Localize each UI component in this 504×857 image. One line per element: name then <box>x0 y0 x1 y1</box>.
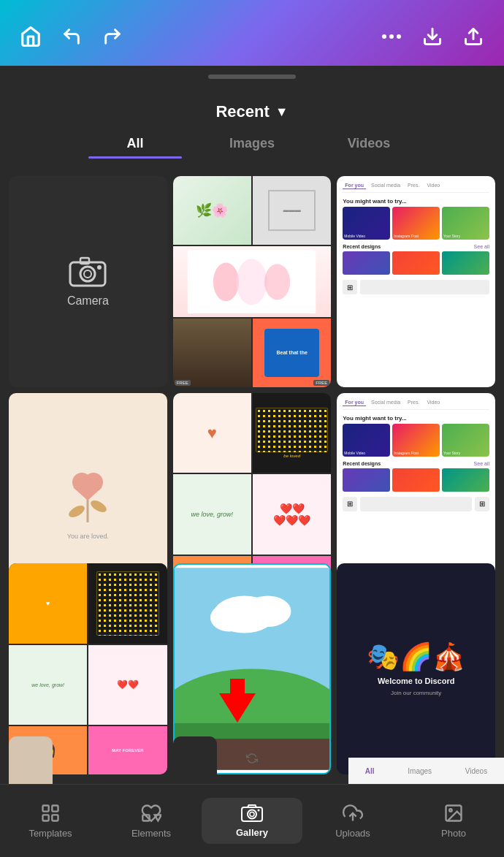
tab-photo[interactable]: Photo <box>403 797 504 845</box>
see-all-link[interactable]: See all <box>474 244 489 249</box>
gallery-label: Gallery <box>236 827 268 838</box>
camera-cell[interactable]: Camera <box>9 176 167 387</box>
recent-header[interactable]: Recent ▼ <box>0 88 504 129</box>
svg-point-7 <box>84 270 91 278</box>
svg-point-24 <box>210 603 248 631</box>
svg-point-9 <box>97 265 102 270</box>
undo-button[interactable] <box>58 23 85 50</box>
recent-designs-label: Recent designs <box>343 244 381 249</box>
canva-card-1[interactable]: For you Social media Pres. Video You mig… <box>337 176 495 387</box>
elements-icon <box>141 803 161 823</box>
canva-tabs: For you Social media Pres. Video <box>343 182 489 193</box>
discord-emoji: 🎭🌈🎪 <box>367 641 465 672</box>
svg-point-1 <box>389 34 394 39</box>
collage-1[interactable]: 🌿🌸 ▬▬▬ <box>173 176 332 387</box>
tab-elements[interactable]: Elements <box>101 797 202 845</box>
svg-point-2 <box>397 34 401 39</box>
svg-rect-32 <box>52 815 58 820</box>
svg-marker-34 <box>155 815 161 820</box>
svg-rect-31 <box>43 815 49 820</box>
svg-rect-30 <box>52 806 58 812</box>
notch-area <box>0 66 504 88</box>
camera-gallery-icon <box>241 804 263 823</box>
camera-label: Camera <box>67 294 109 308</box>
heart-flower-text: You are loved. <box>67 533 109 540</box>
svg-point-16 <box>89 498 109 514</box>
chevron-down-icon: ▼ <box>275 104 289 120</box>
svg-rect-8 <box>80 258 89 264</box>
recent-designs-label-2: Recent designs <box>343 461 381 466</box>
gallery-grid: Camera 🌿🌸 ▬▬▬ <box>0 170 504 791</box>
share-button[interactable] <box>460 23 486 50</box>
templates-label: Templates <box>28 828 72 839</box>
home-button[interactable] <box>18 23 44 50</box>
partial-item-2[interactable] <box>173 736 217 791</box>
download-button[interactable] <box>419 23 446 50</box>
canva-bottom-tabs: All Images Videos <box>348 758 504 784</box>
svg-point-11 <box>213 262 239 301</box>
svg-marker-19 <box>73 487 102 500</box>
redo-button[interactable] <box>99 23 126 50</box>
bottom-nav-bar: Templates Elements Gallery <box>0 784 504 857</box>
tab-uploads[interactable]: Uploads <box>302 797 403 845</box>
tab-gallery[interactable]: Gallery <box>202 798 302 844</box>
canva-try-label: You might want to try... <box>343 198 489 205</box>
svg-point-15 <box>67 503 87 519</box>
tab-images[interactable]: Images <box>194 129 310 159</box>
svg-point-41 <box>449 809 452 812</box>
see-all-link-2[interactable]: See all <box>474 461 489 466</box>
svg-rect-29 <box>43 806 49 812</box>
discord-item[interactable]: 🎭🌈🎪 Welcome to Discord Join our communit… <box>337 563 495 774</box>
tab-all[interactable]: All <box>77 129 194 159</box>
svg-point-13 <box>265 264 291 300</box>
discord-sub-text: Join our community <box>391 690 441 696</box>
uploads-label: Uploads <box>335 828 370 839</box>
canva-try-label-2: You might want to try... <box>343 415 489 422</box>
photo-label: Photo <box>441 828 466 839</box>
camera-icon <box>69 255 107 287</box>
upload-icon <box>343 803 363 823</box>
tabs-bar: All Images Videos <box>0 129 504 159</box>
partial-item-1[interactable] <box>9 736 53 791</box>
heart-flower-svg <box>58 457 117 530</box>
photo-icon <box>443 803 464 823</box>
svg-point-36 <box>248 810 256 819</box>
svg-point-38 <box>258 810 260 812</box>
more-button[interactable] <box>378 23 405 50</box>
svg-point-0 <box>382 34 386 39</box>
svg-point-23 <box>244 595 291 627</box>
recent-title: Recent <box>215 102 269 121</box>
top-bar <box>0 0 504 66</box>
svg-point-12 <box>237 259 267 305</box>
tab-templates[interactable]: Templates <box>0 797 101 845</box>
main-content: Recent ▼ All Images Videos <box>0 88 504 791</box>
svg-point-6 <box>80 267 95 281</box>
notch-pill <box>208 75 296 79</box>
refresh-icon <box>246 753 258 767</box>
svg-point-37 <box>250 812 254 817</box>
grid-icon <box>40 803 61 823</box>
elements-label: Elements <box>131 828 171 839</box>
tab-videos[interactable]: Videos <box>310 129 427 159</box>
canva-tabs-2: For you Social media Pres. Video <box>343 399 489 410</box>
discord-welcome-text: Welcome to Discord <box>378 677 455 685</box>
